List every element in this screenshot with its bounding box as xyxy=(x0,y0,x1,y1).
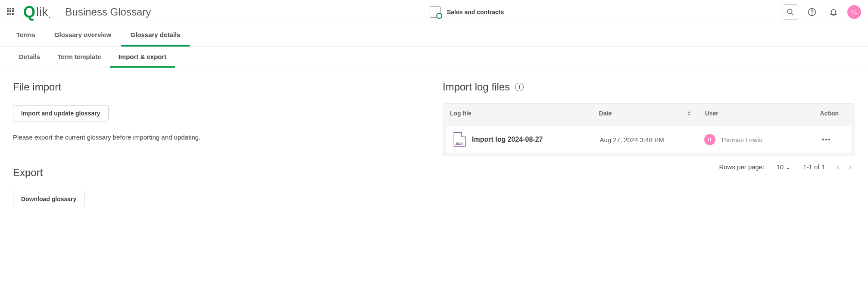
column-label: Date xyxy=(599,110,612,117)
topbar-center: Sales and contracts xyxy=(151,6,783,18)
pager-nav: ‹ › xyxy=(837,162,852,171)
file-import-heading: File import xyxy=(13,81,425,93)
table-header: Log file Date ▲▼ User Action xyxy=(443,104,855,123)
column-label: Log file xyxy=(450,110,471,117)
subtab-term-template[interactable]: Term template xyxy=(49,47,109,68)
table-row[interactable]: JSON Import log 2024-08-27 Aug 27, 2024 … xyxy=(446,126,852,153)
chevron-right-icon: › xyxy=(849,162,852,171)
svg-point-0 xyxy=(787,9,792,14)
subtab-details[interactable]: Details xyxy=(10,47,49,68)
column-action: Action xyxy=(804,104,855,123)
column-label: Action xyxy=(820,110,839,117)
svg-line-1 xyxy=(791,13,793,15)
column-label: User xyxy=(705,110,718,117)
more-icon: ••• xyxy=(822,136,831,143)
bell-icon xyxy=(829,8,838,16)
subtab-import-export[interactable]: Import & export xyxy=(110,47,175,68)
import-helper-text: Please export the current glossary befor… xyxy=(13,134,425,141)
primary-tabs: Terms Glossary overview Glossary details xyxy=(0,24,868,47)
chevron-down-icon: ⌄ xyxy=(785,163,791,171)
glossary-name: Sales and contracts xyxy=(447,9,504,16)
left-column: File import Import and update glossary P… xyxy=(13,81,425,207)
cell-user: TL Thomas Lewis xyxy=(697,128,802,151)
export-section: Export Download glossary xyxy=(13,167,425,207)
page-range: 1-1 of 1 xyxy=(803,163,825,171)
download-glossary-button[interactable]: Download glossary xyxy=(13,191,84,207)
row-actions-button[interactable]: ••• xyxy=(802,130,852,149)
user-avatar-small: TL xyxy=(704,134,715,145)
topbar-right: TL xyxy=(783,4,861,20)
file-name: Import log 2024-08-27 xyxy=(472,136,543,143)
info-icon[interactable]: i xyxy=(515,83,524,91)
page-title: Business Glossary xyxy=(66,6,151,18)
table-body: JSON Import log 2024-08-27 Aug 27, 2024 … xyxy=(443,123,855,156)
chevron-left-icon: ‹ xyxy=(837,162,840,171)
search-icon xyxy=(787,8,794,16)
qlik-logo[interactable]: Qlik. xyxy=(23,3,51,21)
import-log-table: Log file Date ▲▼ User Action JSON Impor xyxy=(443,103,855,156)
svg-point-3 xyxy=(812,14,812,14)
next-page-button[interactable]: › xyxy=(849,162,852,171)
help-button[interactable] xyxy=(804,4,820,20)
column-date[interactable]: Date ▲▼ xyxy=(592,104,698,123)
import-log-heading-row: Import log files i xyxy=(443,81,855,93)
rows-value: 10 xyxy=(776,163,784,171)
topbar: Qlik. Business Glossary Sales and contra… xyxy=(0,0,868,24)
column-log-file[interactable]: Log file xyxy=(443,104,592,123)
prev-page-button[interactable]: ‹ xyxy=(837,162,840,171)
cell-file: JSON Import log 2024-08-27 xyxy=(446,126,593,153)
user-avatar[interactable]: TL xyxy=(847,5,861,19)
help-icon xyxy=(808,8,816,16)
rows-per-page-select[interactable]: 10 ⌄ xyxy=(776,163,791,171)
secondary-tabs: Details Term template Import & export xyxy=(0,47,868,68)
tab-terms[interactable]: Terms xyxy=(7,24,45,47)
right-column: Import log files i Log file Date ▲▼ User… xyxy=(443,81,855,207)
tab-glossary-details[interactable]: Glossary details xyxy=(121,24,190,47)
glossary-breadcrumb[interactable]: Sales and contracts xyxy=(430,6,504,18)
sort-icon[interactable]: ▲▼ xyxy=(687,110,691,116)
export-heading: Export xyxy=(13,167,425,179)
content: File import Import and update glossary P… xyxy=(0,68,868,220)
notifications-button[interactable] xyxy=(826,4,841,20)
import-update-button[interactable]: Import and update glossary xyxy=(13,105,109,121)
import-log-heading: Import log files xyxy=(443,81,510,93)
cell-date: Aug 27, 2024 3:48 PM xyxy=(593,130,697,149)
tab-glossary-overview[interactable]: Glossary overview xyxy=(45,24,121,47)
user-name: Thomas Lewis xyxy=(721,136,762,143)
app-launcher-icon[interactable] xyxy=(7,8,16,16)
json-file-icon: JSON xyxy=(453,132,466,147)
search-button[interactable] xyxy=(783,4,798,20)
pagination: Rows per page: 10 ⌄ 1-1 of 1 ‹ › xyxy=(443,156,855,171)
glossary-icon xyxy=(430,6,441,18)
column-user[interactable]: User xyxy=(698,104,804,123)
rows-per-page-label: Rows per page: xyxy=(719,163,764,171)
